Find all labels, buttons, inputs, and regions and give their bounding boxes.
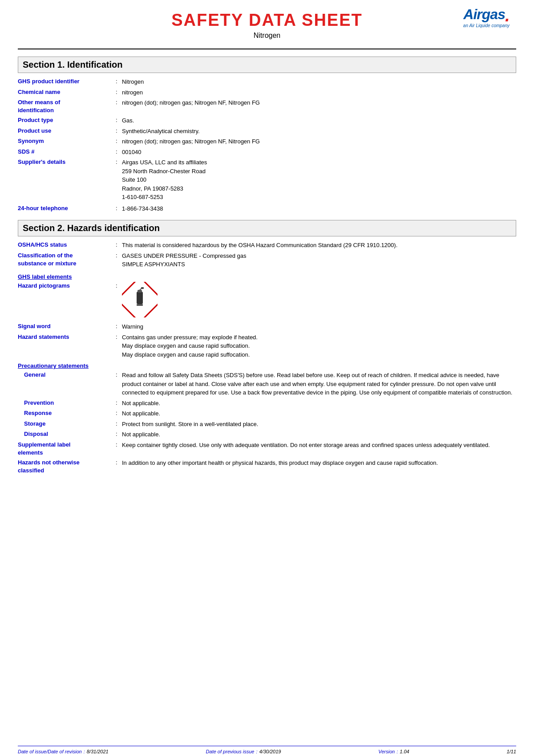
- value-precautionary-response: Not applicable.: [122, 409, 516, 418]
- label-precautionary-prevention: Prevention: [18, 399, 116, 407]
- section-2: Section 2. Hazards identification OSHA/H…: [18, 220, 516, 475]
- footer-version-value: 1.04: [400, 749, 409, 754]
- label-precautionary-general: General: [18, 371, 116, 379]
- section-1-title: Section 1. Identification: [18, 57, 516, 73]
- page-footer: Date of issue/Date of revision : 8/31/20…: [18, 746, 516, 756]
- label-24hr-telephone: 24-hour telephone: [18, 204, 116, 212]
- value-ghs-identifier: Nitrogen: [122, 77, 516, 86]
- main-title: SAFETY DATA SHEET: [27, 11, 507, 30]
- footer-date-issue-label: Date of issue/Date of revision: [18, 749, 82, 754]
- label-chemical-name: Chemical name: [18, 88, 116, 96]
- label-other-means: Other means ofidentification: [18, 98, 116, 114]
- label-precautionary-storage: Storage: [18, 420, 116, 428]
- label-synonym: Synonym: [18, 137, 116, 145]
- value-signal-word: Warning: [122, 322, 516, 331]
- section-1: Section 1. Identification GHS product id…: [18, 57, 516, 213]
- field-hazard-statements: Hazard statements : Contains gas under p…: [18, 333, 516, 359]
- svg-rect-2: [138, 290, 142, 293]
- value-supplier-details: Airgas USA, LLC and its affiliates 259 N…: [122, 158, 516, 202]
- field-hazards-not-classified: Hazards not otherwiseclassified : In add…: [18, 459, 516, 475]
- field-24hr-telephone: 24-hour telephone : 1-866-734-3438: [18, 204, 516, 213]
- logo-brand: Airgas.: [463, 7, 509, 24]
- footer-version: Version : 1.04: [378, 749, 409, 754]
- page-header: SAFETY DATA SHEET Nitrogen Airgas. an Ai…: [0, 0, 534, 44]
- value-precautionary-general: Read and follow all Safety Data Sheets (…: [122, 371, 516, 397]
- field-precautionary-prevention: Prevention : Not applicable.: [18, 399, 516, 408]
- logo-dot: .: [505, 6, 510, 25]
- footer-date-issue: Date of issue/Date of revision : 8/31/20…: [18, 749, 109, 754]
- logo-text: Airgas.: [463, 6, 509, 22]
- field-signal-word: Signal word : Warning: [18, 322, 516, 331]
- label-precautionary-disposal: Disposal: [18, 430, 116, 438]
- value-precautionary-disposal: Not applicable.: [122, 430, 516, 439]
- footer-page: 1/11: [507, 749, 516, 754]
- label-sds-number: SDS #: [18, 148, 116, 156]
- svg-rect-1: [137, 292, 143, 304]
- field-ghs-identifier: GHS product identifier : Nitrogen: [18, 77, 516, 86]
- value-supplemental-label: Keep container tightly closed. Use only …: [122, 441, 516, 450]
- svg-rect-4: [141, 287, 144, 289]
- footer-page-number: 1/11: [507, 749, 516, 754]
- section-2-title: Section 2. Hazards identification: [18, 220, 516, 236]
- field-precautionary-response: Response : Not applicable.: [18, 409, 516, 418]
- value-classification: GASES UNDER PRESSURE - Compressed gas SI…: [122, 252, 516, 269]
- value-osha-status: This material is considered hazardous by…: [122, 241, 516, 250]
- label-product-type: Product type: [18, 116, 116, 124]
- precautionary-statements-heading: Precautionary statements: [18, 362, 516, 369]
- value-24hr-telephone: 1-866-734-3438: [122, 204, 516, 213]
- value-hazard-pictograms: [122, 282, 516, 320]
- value-sds-number: 001040: [122, 148, 516, 157]
- value-hazard-statements: Contains gas under pressure; may explode…: [122, 333, 516, 359]
- label-hazard-pictograms: Hazard pictograms: [18, 282, 116, 290]
- value-precautionary-prevention: Not applicable.: [122, 399, 516, 408]
- ghs-label-elements-heading: GHS label elements: [18, 273, 516, 280]
- compressed-gas-pictogram: [122, 282, 158, 317]
- logo-subtitle: an Air Liquide company: [463, 23, 510, 28]
- field-hazard-pictograms: Hazard pictograms :: [18, 282, 516, 320]
- label-ghs-identifier: GHS product identifier: [18, 77, 116, 85]
- field-sds-number: SDS # : 001040: [18, 148, 516, 157]
- company-logo: Airgas. an Air Liquide company: [463, 7, 510, 28]
- field-synonym: Synonym : nitrogen (dot); nitrogen gas; …: [18, 137, 516, 146]
- label-hazards-not-classified: Hazards not otherwiseclassified: [18, 459, 116, 475]
- label-osha-status: OSHA/HCS status: [18, 241, 116, 249]
- value-synonym: nitrogen (dot); nitrogen gas; Nitrogen N…: [122, 137, 516, 146]
- value-hazards-not-classified: In addition to any other important healt…: [122, 459, 516, 467]
- value-product-use: Synthetic/Analytical chemistry.: [122, 127, 516, 136]
- field-supplemental-label: Supplemental labelelements : Keep contai…: [18, 441, 516, 457]
- field-product-type: Product type : Gas.: [18, 116, 516, 125]
- field-precautionary-general: General : Read and follow all Safety Dat…: [18, 371, 516, 397]
- product-name-header: Nitrogen: [27, 32, 507, 40]
- footer-date-issue-value: 8/31/2021: [87, 749, 109, 754]
- value-precautionary-storage: Protect from sunlight. Store in a well-v…: [122, 420, 516, 429]
- field-supplier-details: Supplier's details : Airgas USA, LLC and…: [18, 158, 516, 202]
- value-other-means: nitrogen (dot); nitrogen gas; Nitrogen N…: [122, 98, 516, 107]
- footer-version-label: Version: [378, 749, 395, 754]
- value-chemical-name: nitrogen: [122, 88, 516, 97]
- field-precautionary-disposal: Disposal : Not applicable.: [18, 430, 516, 439]
- footer-date-prev-value: 4/30/2019: [259, 749, 281, 754]
- field-product-use: Product use : Synthetic/Analytical chemi…: [18, 127, 516, 136]
- label-signal-word: Signal word: [18, 322, 116, 330]
- footer-date-prev: Date of previous issue : 4/30/2019: [206, 749, 281, 754]
- page-content: Section 1. Identification GHS product id…: [0, 49, 534, 737]
- field-precautionary-storage: Storage : Protect from sunlight. Store i…: [18, 420, 516, 429]
- field-classification: Classification of thesubstance or mixtur…: [18, 252, 516, 269]
- field-osha-status: OSHA/HCS status : This material is consi…: [18, 241, 516, 250]
- svg-rect-5: [137, 304, 143, 306]
- label-supplemental-label: Supplemental labelelements: [18, 441, 116, 457]
- label-product-use: Product use: [18, 127, 116, 135]
- value-product-type: Gas.: [122, 116, 516, 125]
- footer-date-prev-label: Date of previous issue: [206, 749, 255, 754]
- field-chemical-name: Chemical name : nitrogen: [18, 88, 516, 97]
- label-hazard-statements: Hazard statements: [18, 333, 116, 341]
- label-supplier-details: Supplier's details: [18, 158, 116, 166]
- label-precautionary-response: Response: [18, 409, 116, 417]
- label-classification: Classification of thesubstance or mixtur…: [18, 252, 116, 268]
- field-other-means: Other means ofidentification : nitrogen …: [18, 98, 516, 114]
